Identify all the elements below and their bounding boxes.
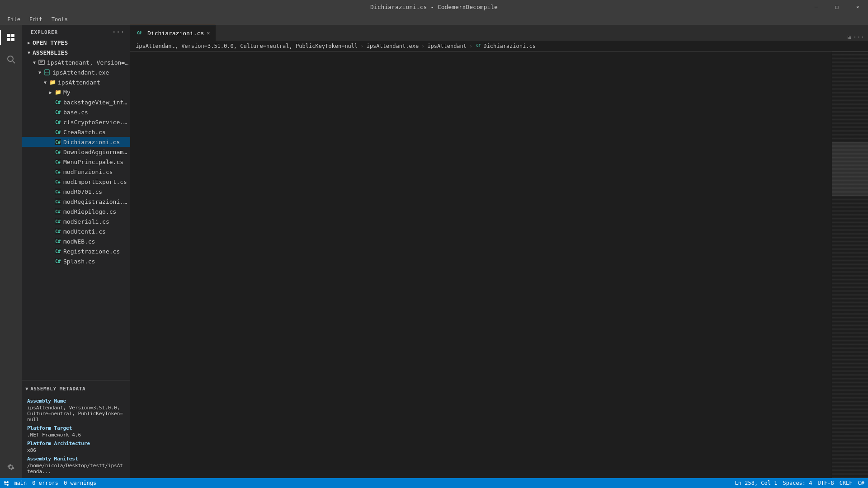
- svg-rect-6: [39, 60, 44, 65]
- file-splash[interactable]: C# Splash.cs: [22, 256, 130, 266]
- file-modutenti[interactable]: C# modUtenti.cs: [22, 226, 130, 236]
- menu-file[interactable]: File: [4, 15, 24, 23]
- file-label-base: base.cs: [63, 109, 88, 116]
- file-base[interactable]: C# base.cs: [22, 107, 130, 117]
- folder-ipsattendant[interactable]: ▼ 📁 ipsAttendant: [22, 77, 130, 87]
- explorer-label: Explorer: [31, 29, 58, 35]
- activity-search[interactable]: [0, 48, 22, 70]
- file-registrazione[interactable]: C# Registrazione.cs: [22, 246, 130, 256]
- assemblies-section[interactable]: ▼ ASSEMBLIES: [22, 47, 130, 57]
- assembly-arrow: ▼: [31, 60, 38, 65]
- file-label-modseriali: modSeriali.cs: [63, 218, 109, 225]
- my-folder-icon: 📁: [54, 89, 61, 96]
- metadata-arrow: ▼: [25, 386, 28, 392]
- sidebar: Explorer ··· ▶ OPEN TYPES ▼ ASSEMBLIES ▼…: [22, 25, 130, 478]
- maximize-button[interactable]: □: [826, 0, 847, 14]
- cs-icon-6: C#: [54, 148, 61, 155]
- status-warnings[interactable]: 0 warnings: [64, 480, 96, 486]
- activity-explorer[interactable]: [0, 27, 22, 48]
- file-modriepilogo[interactable]: C# modRiepilogo.cs: [22, 206, 130, 216]
- file-modregistrazioni[interactable]: C# modRegistrazioni.cs: [22, 197, 130, 206]
- my-arrow: ▶: [47, 90, 54, 95]
- minimize-button[interactable]: ─: [806, 0, 826, 14]
- exe-node[interactable]: ▼ exe ipsAttendant.exe: [22, 67, 130, 77]
- status-language[interactable]: C#: [858, 480, 864, 486]
- file-downloadagg[interactable]: C# DownloadAggiornamento.cs: [22, 147, 130, 157]
- breadcrumb-file[interactable]: C# Dichiarazioni.cs: [475, 43, 536, 49]
- breadcrumb-exe[interactable]: ipsAttendant.exe: [367, 43, 419, 49]
- file-label-modimportexport: modImportExport.cs: [63, 178, 127, 185]
- folder-label: ipsAttendant: [58, 79, 100, 86]
- breadcrumb-folder[interactable]: ipsAttendant: [427, 43, 467, 49]
- code-container[interactable]: [130, 52, 868, 478]
- file-label-menuprinc: MenuPrincipale.cs: [63, 159, 123, 165]
- status-bar: main 0 errors 0 warnings Ln 258, Col 1 S…: [0, 478, 868, 488]
- menu-edit[interactable]: Edit: [26, 15, 46, 23]
- metadata-label: ASSEMBLY METADATA: [30, 386, 85, 392]
- file-modimportexport[interactable]: C# modImportExport.cs: [22, 177, 130, 187]
- file-clscryptoservice[interactable]: C# clsCryptoService.cs: [22, 117, 130, 127]
- svg-point-12: [7, 484, 9, 486]
- minimap-content: [832, 52, 868, 478]
- folder-my[interactable]: ▶ 📁 My: [22, 87, 130, 97]
- code-content[interactable]: [153, 52, 832, 478]
- status-branch[interactable]: main: [4, 480, 27, 486]
- file-dichiarazioni[interactable]: C# Dichiarazioni.cs: [22, 137, 130, 147]
- cs-icon-10: C#: [54, 188, 61, 195]
- file-modfunzioni[interactable]: C# modFunzioni.cs: [22, 167, 130, 177]
- split-editor-button[interactable]: ⊞: [847, 33, 851, 41]
- file-backstageview[interactable]: C# backstageView_info.cs: [22, 97, 130, 107]
- assembly-label: ipsAttendant, Version=3.51.0.0, Cul...: [47, 59, 130, 66]
- platform-arch-value: x86: [27, 447, 125, 453]
- cs-icon-7: C#: [54, 158, 61, 165]
- file-label-downloadagg: DownloadAggiornamento.cs: [63, 149, 130, 155]
- file-modseriali[interactable]: C# modSeriali.cs: [22, 216, 130, 226]
- open-types-section[interactable]: ▶ OPEN TYPES: [22, 38, 130, 47]
- assemblies-arrow: ▼: [25, 50, 33, 55]
- status-errors[interactable]: 0 errors: [32, 480, 58, 486]
- menu-bar: File Edit Tools: [0, 14, 868, 25]
- svg-rect-2: [7, 38, 10, 41]
- tab-cs-icon: C#: [136, 29, 143, 37]
- cs-icon-9: C#: [54, 178, 61, 185]
- status-cursor[interactable]: Ln 258, Col 1: [735, 480, 778, 486]
- cs-icon-8: C#: [54, 168, 61, 175]
- status-line-ending[interactable]: CRLF: [840, 480, 853, 486]
- svg-point-4: [8, 56, 13, 61]
- tab-dichiarazioni[interactable]: C# Dichiarazioni.cs ✕: [130, 25, 216, 41]
- sidebar-more-button[interactable]: ···: [112, 28, 125, 36]
- metadata-content: Assembly Name ipsAttendant, Version=3.51…: [22, 394, 130, 478]
- sidebar-header: Explorer ···: [22, 25, 130, 38]
- svg-rect-0: [7, 34, 10, 37]
- svg-rect-3: [11, 38, 14, 41]
- file-modweb[interactable]: C# modWEB.cs: [22, 236, 130, 246]
- close-button[interactable]: ✕: [847, 0, 868, 14]
- file-modr0701[interactable]: C# modR0701.cs: [22, 187, 130, 197]
- cs-icon-2: C#: [54, 108, 61, 116]
- activity-settings[interactable]: [0, 456, 22, 478]
- breadcrumb-assembly[interactable]: ipsAttendant, Version=3.51.0.0, Culture=…: [136, 43, 358, 49]
- assembly-manifest-label: Assembly Manifest: [27, 456, 125, 462]
- assembly-icon: [38, 59, 45, 66]
- minimap-slider[interactable]: [832, 142, 868, 196]
- tab-close-button[interactable]: ✕: [207, 30, 210, 36]
- assembly-name-label: Assembly Name: [27, 398, 125, 404]
- minimap[interactable]: [832, 52, 868, 478]
- file-menuprinc[interactable]: C# MenuPrincipale.cs: [22, 157, 130, 167]
- status-spaces[interactable]: Spaces: 4: [783, 480, 812, 486]
- assembly-name-value: ipsAttendant, Version=3.51.0.0, Culture=…: [27, 405, 125, 422]
- sidebar-tree: ▶ OPEN TYPES ▼ ASSEMBLIES ▼ ipsAttendant…: [22, 38, 130, 380]
- menu-tools[interactable]: Tools: [48, 15, 71, 23]
- tabs-more-button[interactable]: ···: [853, 33, 864, 41]
- window-controls: ─ □ ✕: [806, 0, 868, 14]
- assembly-node[interactable]: ▼ ipsAttendant, Version=3.51.0.0, Cul...: [22, 57, 130, 67]
- assembly-metadata-panel: ▼ ASSEMBLY METADATA Assembly Name ipsAtt…: [22, 380, 130, 478]
- svg-line-5: [13, 61, 15, 63]
- assembly-metadata-header[interactable]: ▼ ASSEMBLY METADATA: [22, 384, 130, 394]
- open-types-label: OPEN TYPES: [33, 39, 68, 46]
- exe-arrow: ▼: [36, 70, 43, 75]
- status-encoding[interactable]: UTF-8: [818, 480, 834, 486]
- file-creabatch[interactable]: C# CreaBatch.cs: [22, 127, 130, 137]
- platform-target-label: Platform Target: [27, 425, 125, 431]
- cs-icon-11: C#: [54, 198, 61, 205]
